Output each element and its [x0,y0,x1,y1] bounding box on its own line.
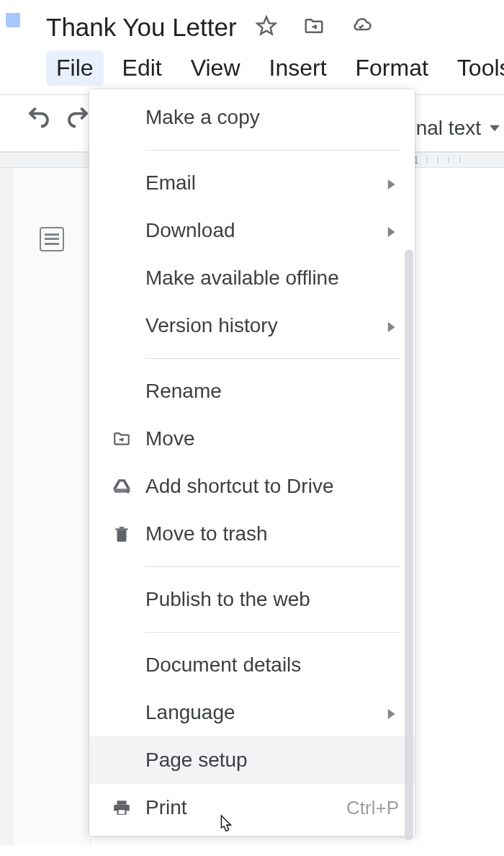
drive-plus-icon: + [111,477,132,496]
menu-item-label: Email [145,171,386,195]
menu-item-label: Download [145,219,386,242]
redo-icon[interactable] [65,104,91,133]
menu-item-version-history[interactable]: Version history [89,302,415,349]
svg-text:+: + [125,486,130,496]
menu-item-move[interactable]: Move [89,415,415,463]
trash-icon [111,525,132,543]
file-menu-dropdown: Make a copyEmailDownloadMake available o… [89,89,415,836]
menu-separator [145,150,400,151]
menu-edit[interactable]: Edit [112,50,172,86]
menu-item-label: Page setup [145,749,399,772]
undo-icon[interactable] [26,104,52,133]
menu-insert[interactable]: Insert [258,50,336,86]
menu-item-label: Print [145,796,346,819]
outline-toggle-icon[interactable] [40,227,64,251]
menu-item-label: Make available offline [145,267,399,290]
menu-item-document-details[interactable]: Document details [89,641,415,689]
cursor-pointer-icon [215,814,236,839]
paragraph-style-select[interactable]: nal text [416,117,500,140]
submenu-arrow-icon [386,314,399,337]
menu-separator [145,358,400,359]
svg-marker-2 [388,179,395,190]
svg-rect-10 [119,810,125,813]
menu-separator [145,566,400,567]
menu-item-label: Make a copy [145,106,399,129]
menu-tools[interactable]: Tools [447,50,504,86]
folder-arrow-icon [111,429,132,448]
svg-marker-9 [388,709,395,719]
menu-item-email[interactable]: Email [89,159,415,207]
menu-item-make-available-offline[interactable]: Make available offline [89,254,415,302]
submenu-arrow-icon [386,171,399,195]
print-icon [111,798,132,817]
menu-item-print[interactable]: PrintCtrl+P [89,784,415,832]
star-icon[interactable] [256,15,277,40]
menu-item-label: Version history [145,314,386,337]
svg-marker-3 [388,227,395,237]
menu-item-label: Move to trash [145,522,399,545]
menu-item-label: Document details [145,654,399,677]
menu-item-make-a-copy[interactable]: Make a copy [89,94,415,141]
menu-item-add-shortcut-to-drive[interactable]: +Add shortcut to Drive [89,463,415,510]
menu-item-label: Language [145,701,386,724]
menu-item-language[interactable]: Language [89,689,415,736]
menu-separator [145,632,400,633]
menu-item-move-to-trash[interactable]: Move to trash [89,510,415,558]
svg-marker-6 [113,479,120,489]
document-title[interactable]: Thank You Letter [46,13,237,42]
move-folder-icon[interactable] [303,15,325,40]
menu-item-label: Publish to the web [145,588,399,611]
menu-item-publish-to-the-web[interactable]: Publish to the web [89,576,415,623]
cloud-saved-icon[interactable] [351,15,372,40]
submenu-arrow-icon [386,701,399,724]
menubar: FileEditViewInsertFormatTools [46,50,504,86]
svg-marker-4 [388,322,395,332]
menu-item-label: Move [145,427,399,450]
menu-item-rename[interactable]: Rename [89,367,415,415]
menu-file[interactable]: File [46,50,104,86]
menu-item-label: Rename [145,380,399,403]
svg-marker-1 [490,125,500,131]
menu-view[interactable]: View [181,50,251,86]
menu-shortcut: Ctrl+P [346,797,399,819]
menu-item-page-setup[interactable]: Page setup [89,736,415,784]
dropdown-scrollbar[interactable] [405,249,413,840]
menu-format[interactable]: Format [346,50,438,86]
submenu-arrow-icon [386,219,399,242]
menu-item-download[interactable]: Download [89,207,415,254]
svg-marker-0 [257,17,275,35]
menu-item-label: Add shortcut to Drive [145,475,399,498]
